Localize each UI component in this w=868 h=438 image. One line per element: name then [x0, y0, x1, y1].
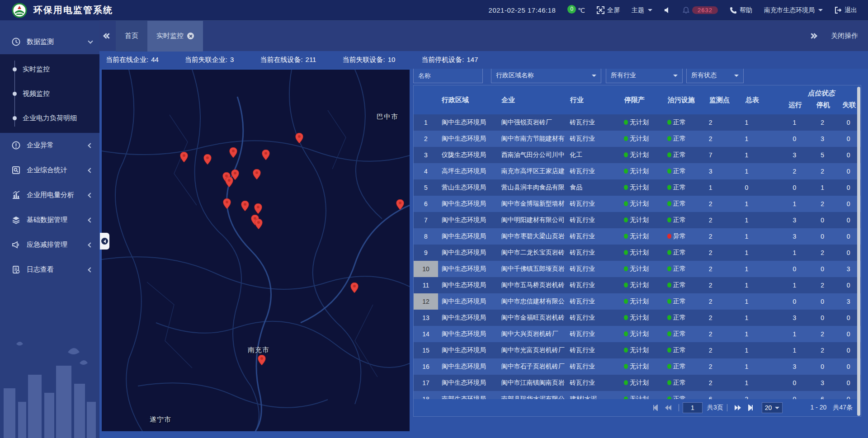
cell-facility: 正常: [664, 216, 705, 224]
table-row[interactable]: 11 阆中生态环境局 阆中市五马桥页岩机砖 砖瓦行业 无计划 正常 2 1 1 …: [414, 277, 861, 293]
table-row[interactable]: 8 阆中生态环境局 阆中市枣碧大梁山页岩 砖瓦行业 无计划 异常 2 1 3 0…: [414, 228, 861, 245]
theme-dropdown[interactable]: 主题: [632, 6, 652, 14]
top-header: 环保用电监管系统 2021-02-25 17:46:18 0 ℃ 全屏 主题: [0, 0, 868, 20]
map-pin-icon[interactable]: [255, 203, 262, 214]
cell-industry: 砖瓦行业: [566, 314, 620, 322]
sidebar: 数据监测 实时监控 视频监控 企业电力负荷明细 企业: [0, 20, 99, 438]
tab-realtime-monitoring[interactable]: 实时监控: [147, 21, 203, 52]
map-pin-icon[interactable]: [255, 219, 263, 229]
table-row[interactable]: 9 阆中生态环境局 阆中市二龙长宝页岩砖 砖瓦行业 无计划 正常 2 1 1 2…: [414, 245, 861, 261]
next-page-button[interactable]: [734, 405, 741, 411]
stats-bar: 当前在线企业: 44 当前失联企业: 3 当前在线设备: 211 当前失联设备:…: [99, 51, 868, 69]
table-scrollbar[interactable]: [857, 87, 860, 416]
facility-status-dot: [667, 250, 671, 255]
table-row[interactable]: 3 仪陇生态环境局 西南油气田分公司川中 化工 无计划 正常 7 1 3 5 0: [414, 147, 861, 163]
table-row[interactable]: 13 阆中生态环境局 阆中市金福旺页岩机砖 砖瓦行业 无计划 正常 2 1 3 …: [414, 310, 861, 326]
chevron-down-icon: [648, 9, 652, 11]
first-page-button[interactable]: [652, 405, 658, 411]
cell-stopped: 5: [809, 151, 836, 159]
row-number: 2: [414, 131, 438, 147]
sub-item-label: 企业电力负荷明细: [23, 114, 77, 122]
sidebar-item-label: 企业异常: [27, 141, 54, 150]
table-row[interactable]: 2 阆中生态环境局 阆中市南方节能建材有 砖瓦行业 无计划 正常 2 1 0 3…: [414, 131, 861, 147]
sidebar-item-enterprise-anomaly[interactable]: 企业异常: [0, 133, 99, 158]
page-number-input[interactable]: [683, 402, 703, 413]
region-select-value: 行政区域名称: [496, 71, 534, 80]
table-row[interactable]: 17 阆中生态环境局 阆中市江南镇阆南页岩 砖瓦行业 无计划 正常 2 1 0 …: [414, 375, 861, 391]
map-pin-icon[interactable]: [351, 283, 359, 293]
cell-meters: 1: [741, 265, 780, 273]
pagination-summary: 1 - 20 共47条: [811, 404, 853, 412]
help-button[interactable]: 帮助: [730, 6, 752, 14]
table-row[interactable]: 10 阆中生态环境局 阆中千佛镇五郎垭页岩 砖瓦行业 无计划 正常 2 1 0 …: [414, 261, 861, 277]
logout-button[interactable]: 退出: [835, 6, 857, 14]
map-pin-icon[interactable]: [258, 355, 266, 365]
last-page-button[interactable]: [748, 405, 754, 411]
cell-facility: 正常: [664, 379, 705, 387]
cell-facility: 正常: [664, 118, 705, 127]
tab-label: 实时监控: [156, 32, 184, 40]
status-select[interactable]: 所有状态: [686, 68, 744, 83]
row-number: 7: [414, 212, 438, 228]
region-select[interactable]: 行政区域名称: [491, 68, 601, 83]
table-row[interactable]: 6 阆中生态环境局 阆中市金博瑞新型墙材 砖瓦行业 无计划 正常 2 1 1 2…: [414, 196, 861, 212]
map-pin-icon[interactable]: [223, 198, 231, 209]
table-row[interactable]: 4 高坪生态环境局 南充市高坪区王家店建 砖瓦行业 无计划 正常 3 1 2 2…: [414, 163, 861, 179]
enterprise-table-panel: 行政区域 企业 行业 停限产 治污设施 监测点 总表 点位状态 运行 停机 失联…: [413, 85, 861, 417]
table-row[interactable]: 7 阆中生态环境局 阆中明阳建材有限公司 砖瓦行业 无计划 正常 2 1 3 0…: [414, 212, 861, 228]
alert-circle-icon: [12, 141, 20, 150]
map-pin-icon[interactable]: [253, 169, 261, 179]
table-row[interactable]: 1 阆中生态环境局 阆中强锐页岩砖厂 砖瓦行业 无计划 正常 2 1 1 2 0: [414, 114, 861, 131]
table-row[interactable]: 5 营山生态环境局 营山县润丰肉食品有限 食品 无计划 正常 1 0 0 1 0: [414, 179, 861, 196]
map-pin-icon[interactable]: [262, 150, 270, 160]
table-row[interactable]: 16 阆中生态环境局 阆中市石子页岩机砖厂 砖瓦行业 无计划 正常 2 1 3 …: [414, 358, 861, 375]
name-search-input[interactable]: [413, 68, 483, 83]
notifications[interactable]: 2632: [683, 6, 718, 14]
cell-meters: 1: [741, 233, 780, 240]
status-dot-green: [624, 348, 628, 353]
sound-toggle[interactable]: [664, 7, 671, 14]
cell-stopped: 0: [809, 314, 836, 321]
map-pin-icon[interactable]: [226, 177, 233, 187]
sidebar-item-realtime-monitoring[interactable]: 实时监控: [0, 57, 99, 81]
close-operations-button[interactable]: 关闭操作: [831, 32, 858, 40]
cell-region: 阆中生态环境局: [438, 330, 498, 338]
map-pin-icon[interactable]: [241, 201, 249, 211]
sidebar-item-log-view[interactable]: 日志查看: [0, 257, 99, 282]
tab-label: 首页: [125, 32, 138, 40]
table-row[interactable]: 18 南部生态环境局 南部县瑞华水泥有限公 建材|水泥 无计划 正常 6 2 0…: [414, 391, 861, 400]
industry-select[interactable]: 所有行业: [606, 68, 683, 83]
cell-stopped: 2: [809, 330, 836, 338]
cell-industry: 砖瓦行业: [566, 216, 620, 224]
map-pin-icon[interactable]: [296, 133, 303, 143]
fullscreen-button[interactable]: 全屏: [597, 6, 620, 14]
app-logo: [12, 3, 27, 18]
sidebar-item-base-data-management[interactable]: 基础数据管理: [0, 207, 99, 232]
sidebar-item-data-monitoring[interactable]: 数据监测: [0, 29, 99, 54]
chevron-left-icon: [88, 217, 93, 222]
cell-stopped: 2: [809, 168, 836, 175]
tab-close-icon[interactable]: [187, 33, 194, 39]
table-row[interactable]: 15 阆中生态环境局 阆中市光富页岩机砖厂 砖瓦行业 无计划 正常 2 1 1 …: [414, 342, 861, 358]
map-panel[interactable]: 巴中市 南充市 遂宁市: [102, 70, 410, 431]
sidebar-item-power-load-detail[interactable]: 企业电力负荷明细: [0, 106, 99, 130]
map-pin-icon[interactable]: [204, 154, 212, 165]
cell-run: 3: [780, 363, 809, 370]
tabs-scroll-right-button[interactable]: [811, 34, 816, 38]
map-panel-collapse-handle[interactable]: [100, 233, 109, 250]
user-org-dropdown[interactable]: 南充市生态环境局: [764, 6, 823, 14]
table-row[interactable]: 12 阆中生态环境局 阆中市忠信建材有限公 砖瓦行业 无计划 正常 2 1 0 …: [414, 293, 861, 310]
table-row[interactable]: 14 阆中生态环境局 阆中大兴页岩机砖厂 砖瓦行业 无计划 正常 2 1 1 2…: [414, 326, 861, 342]
map-pin-icon[interactable]: [396, 199, 404, 210]
page-size-select[interactable]: 20: [762, 402, 783, 413]
tabs-scroll-left-button[interactable]: [104, 34, 109, 38]
sidebar-item-video-monitoring[interactable]: 视频监控: [0, 81, 99, 106]
tab-home[interactable]: 首页: [116, 21, 147, 52]
sidebar-item-emergency-reduction[interactable]: 应急减排管理: [0, 232, 99, 257]
map-pin-icon[interactable]: [230, 147, 237, 158]
sidebar-item-enterprise-statistics[interactable]: 企业综合统计: [0, 158, 99, 183]
map-pin-icon[interactable]: [180, 152, 188, 162]
prev-page-button[interactable]: [665, 405, 672, 411]
sidebar-item-power-usage-analysis[interactable]: 企业用电量分析: [0, 183, 99, 207]
col-header-points: 监测点: [706, 85, 742, 114]
